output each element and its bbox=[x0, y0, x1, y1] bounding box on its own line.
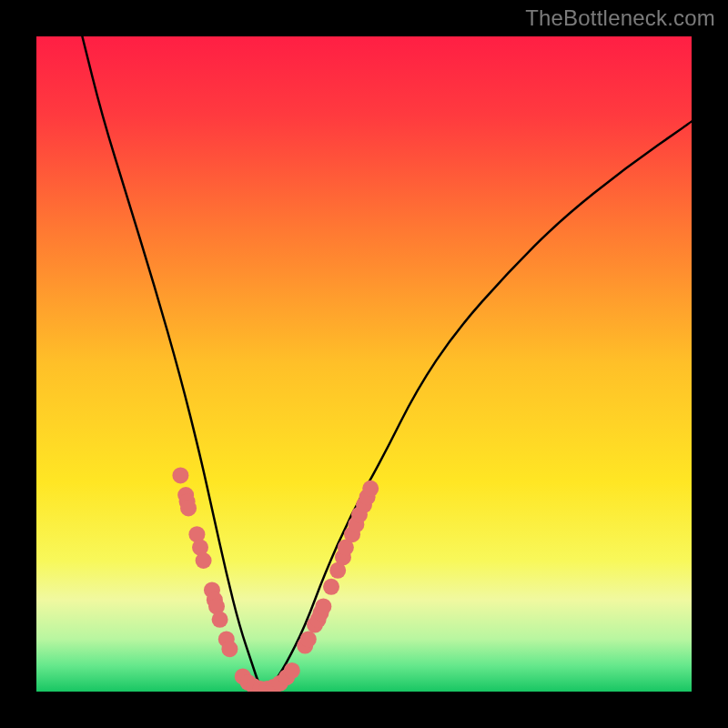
data-markers bbox=[36, 36, 692, 692]
data-point bbox=[362, 480, 379, 497]
data-point bbox=[212, 612, 228, 628]
data-point bbox=[323, 579, 339, 595]
data-point bbox=[180, 500, 197, 516]
data-point bbox=[315, 598, 331, 614]
data-point bbox=[284, 662, 300, 679]
data-point bbox=[196, 552, 212, 569]
data-point bbox=[221, 641, 238, 657]
data-point bbox=[300, 631, 317, 647]
chart-frame: TheBottleneck.com bbox=[0, 0, 728, 728]
data-point bbox=[172, 467, 188, 483]
watermark-text: TheBottleneck.com bbox=[525, 5, 715, 31]
plot-area bbox=[36, 36, 692, 692]
